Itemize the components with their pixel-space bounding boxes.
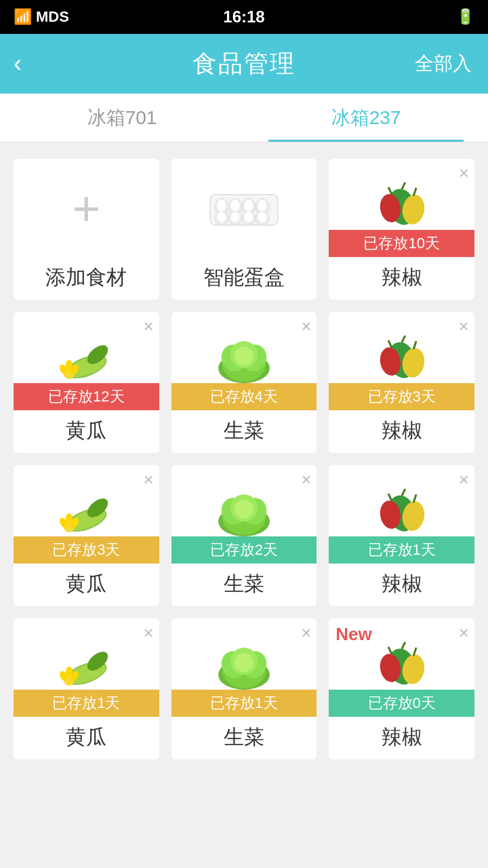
status-bar: 📶 MDS 16:18 🔋 xyxy=(0,0,488,34)
svg-point-14 xyxy=(230,212,240,222)
status-days-10: 已存放0天 xyxy=(329,690,474,717)
food-name-2: 黄瓜 xyxy=(66,410,106,453)
status-days-7: 已存放1天 xyxy=(329,536,474,564)
svg-point-57 xyxy=(66,667,73,676)
svg-point-41 xyxy=(66,513,73,523)
status-days-1: 已存放10天 xyxy=(329,230,474,257)
food-image-3: 已存放4天 xyxy=(171,312,317,410)
smart-egg-label: 智能蛋盒 xyxy=(203,257,285,300)
close-icon-8[interactable]: × xyxy=(143,624,153,642)
smart-egg-card[interactable]: 智能蛋盒 xyxy=(171,159,317,300)
food-grid: + 添加食材 xyxy=(14,159,474,760)
new-label: New xyxy=(336,624,371,645)
food-image-9: 已存放1天 xyxy=(171,618,317,717)
status-days-4: 已存放3天 xyxy=(329,383,474,410)
food-card-10[interactable]: New × 已存放0天 辣椒 xyxy=(329,618,474,760)
food-name-7: 辣椒 xyxy=(382,564,422,606)
close-icon-10[interactable]: × xyxy=(459,624,469,642)
food-name-4: 辣椒 xyxy=(382,410,422,453)
food-image-6: 已存放2天 xyxy=(171,465,317,564)
food-name-9: 生菜 xyxy=(224,717,264,760)
time-display: 16:18 xyxy=(223,7,264,26)
pepper-icon-4 xyxy=(365,641,439,695)
cucumber-icon-1 xyxy=(49,334,123,389)
food-card-4[interactable]: × 已存放3天 辣椒 xyxy=(329,312,474,453)
close-icon-9[interactable]: × xyxy=(301,624,311,642)
add-food-label: 添加食材 xyxy=(45,257,127,300)
plus-icon: + xyxy=(72,184,100,233)
food-card-2[interactable]: × 已存放12天 黄瓜 xyxy=(14,312,159,453)
food-card-3[interactable]: × 已存放4天 生菜 xyxy=(171,312,317,453)
egg-image-area xyxy=(171,159,317,257)
food-name-6: 生菜 xyxy=(224,564,264,606)
signal-icon: 📶 xyxy=(14,8,32,26)
status-days-2: 已存放12天 xyxy=(14,383,159,410)
status-days-5: 已存放3天 xyxy=(14,536,159,564)
food-image-2: 已存放12天 xyxy=(14,312,159,410)
food-name-5: 黄瓜 xyxy=(66,564,106,606)
food-image-1: 已存放10天 xyxy=(329,159,474,257)
svg-point-10 xyxy=(230,199,240,212)
close-icon-2[interactable]: × xyxy=(143,317,153,335)
close-icon-5[interactable]: × xyxy=(143,471,153,488)
food-name-10: 辣椒 xyxy=(382,717,422,760)
close-icon-6[interactable]: × xyxy=(301,471,311,488)
svg-point-48 xyxy=(235,500,253,519)
lettuce-icon-1 xyxy=(210,334,278,389)
lettuce-icon-3 xyxy=(210,641,278,695)
svg-point-9 xyxy=(217,199,226,212)
add-food-card[interactable]: + 添加食材 xyxy=(14,159,159,300)
lettuce-icon-2 xyxy=(210,488,278,542)
food-image-8: 已存放1天 xyxy=(14,618,159,717)
food-grid-area: + 添加食材 xyxy=(0,142,488,776)
cucumber-icon-2 xyxy=(49,488,123,542)
svg-point-11 xyxy=(244,199,253,212)
food-name-8: 黄瓜 xyxy=(66,717,106,760)
status-days-3: 已存放4天 xyxy=(171,383,317,410)
food-card-8[interactable]: × 已存放1天 黄瓜 xyxy=(14,618,159,760)
svg-point-32 xyxy=(235,347,253,366)
battery-icon: 🔋 xyxy=(456,8,474,26)
cucumber-icon-3 xyxy=(49,641,123,695)
header: ‹ 食品管理 全部入 xyxy=(0,34,488,94)
tabs-container: 冰箱701 冰箱237 xyxy=(0,94,488,142)
close-icon-7[interactable]: × xyxy=(459,471,469,488)
food-card-6[interactable]: × 已存放2天 生菜 xyxy=(171,465,317,606)
food-image-4: 已存放3天 xyxy=(329,312,474,410)
svg-point-12 xyxy=(258,199,267,212)
close-icon-4[interactable]: × xyxy=(459,317,469,335)
back-button[interactable]: ‹ xyxy=(14,50,22,78)
svg-point-25 xyxy=(66,360,73,370)
status-days-9: 已存放1天 xyxy=(171,690,317,717)
close-icon-1[interactable]: × xyxy=(459,164,469,182)
status-days-6: 已存放2天 xyxy=(171,536,317,564)
carrier-label: MDS xyxy=(36,8,69,26)
pepper-icon xyxy=(365,181,439,235)
food-name-1: 辣椒 xyxy=(382,257,422,300)
tab-fridge237[interactable]: 冰箱237 xyxy=(244,94,488,142)
pepper-icon-2 xyxy=(365,334,439,389)
battery-indicator: 🔋 xyxy=(456,8,474,26)
food-image-7: 已存放1天 xyxy=(329,465,474,564)
add-image-area: + xyxy=(14,159,159,257)
page-title: 食品管理 xyxy=(192,47,296,81)
close-icon-3[interactable]: × xyxy=(301,317,311,335)
status-days-8: 已存放1天 xyxy=(14,690,159,717)
pepper-icon-3 xyxy=(365,488,439,542)
tab-fridge701[interactable]: 冰箱701 xyxy=(0,94,244,142)
food-card-5[interactable]: × 已存放3天 黄瓜 xyxy=(14,465,159,606)
svg-point-16 xyxy=(258,212,267,222)
food-card-7[interactable]: × 已存放1天 辣椒 xyxy=(329,465,474,606)
all-in-button[interactable]: 全部入 xyxy=(415,51,472,77)
food-card-1[interactable]: × 已存放10天 辣椒 xyxy=(329,159,474,300)
svg-point-15 xyxy=(244,212,253,222)
food-image-5: 已存放3天 xyxy=(14,465,159,564)
svg-point-13 xyxy=(217,212,226,222)
egg-tray-icon xyxy=(207,181,281,235)
svg-point-64 xyxy=(235,653,253,672)
status-left: 📶 MDS xyxy=(14,8,69,26)
food-card-9[interactable]: × 已存放1天 生菜 xyxy=(171,618,317,760)
food-name-3: 生菜 xyxy=(224,410,264,453)
